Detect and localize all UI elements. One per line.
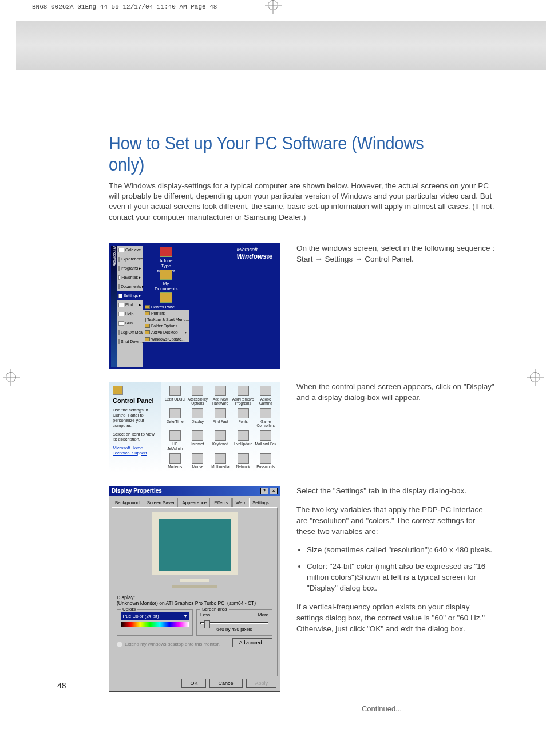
apply-button: Apply [246, 679, 276, 688]
submenu-item: Folder Options... [143, 323, 189, 329]
start-menu-item: Run... [117, 319, 143, 328]
crop-mark-icon [268, 0, 278, 10]
start-menu-item: Log Off Mcad.. [117, 328, 143, 337]
submenu-item: Active Desktop▸ [143, 329, 189, 336]
start-menu-item: Shut Down... [117, 337, 143, 346]
tab-settings: Settings [249, 498, 272, 507]
start-menu-item: Explorer.exe [117, 255, 143, 264]
link-tech-support: Technical Support [113, 450, 157, 456]
submenu-item: Control Panel [143, 304, 189, 310]
colors-dropdown: True Color (24 bit)▼ [121, 612, 189, 620]
tab-screen-saver: Screen Saver [144, 498, 178, 507]
control-panel-item: Accessibility Options [187, 386, 209, 406]
monitor-preview-icon [152, 512, 238, 575]
control-panel-item: Date/Time [164, 408, 186, 428]
header-band [16, 21, 546, 70]
control-panel-item: Adobe Gamma [255, 386, 276, 406]
start-menu-item: Programs▸ [117, 264, 143, 273]
dialog-title: Display Properties [112, 488, 162, 494]
control-panel-item: Game Controllers [255, 408, 276, 428]
control-panel-item: Mail and Fax [255, 430, 276, 450]
control-panel-item: Find Fast [209, 408, 231, 428]
page-title: How to Set up Your PC Software (Windows … [109, 133, 456, 175]
display-value: (Unknown Monitor) on ATI Graphics Pro Tu… [117, 600, 272, 606]
step2-text: When the control panel screen appears, c… [296, 382, 494, 403]
start-menu-item: Calc.exe [117, 246, 143, 255]
control-panel-item: Keyboard [209, 430, 231, 450]
control-panel-item: Modems [164, 453, 186, 469]
control-panel-item: Display [187, 408, 209, 428]
bullet-color: Color: "24-bit" color (might also be exp… [307, 561, 494, 594]
extend-checkbox: Extend my Windows desktop onto this moni… [117, 642, 220, 647]
tab-effects: Effects [211, 498, 231, 507]
desktop-icon-mydocs: My Documents [155, 270, 177, 291]
start-menu-item: Settings▸ [117, 291, 143, 300]
control-panel-item: Mouse [187, 453, 209, 469]
submenu-item: Printers [143, 310, 189, 316]
step3-text3: If a vertical-frequency option exists on… [296, 602, 494, 635]
link-ms-home: Microsoft Home [113, 445, 157, 450]
start-menu: Windows98 Calc.exeExplorer.exePrograms▸F… [111, 246, 143, 367]
control-panel-screenshot: Control Panel Use the settings in Contro… [109, 382, 280, 473]
close-icon: × [270, 488, 278, 494]
pdf-header: BN68-00262A-01Eng_44-59 12/17/04 11:40 A… [32, 3, 217, 10]
folder-icon [113, 386, 123, 395]
tab-appearance: Appearance [179, 498, 210, 507]
page-number: 48 [57, 681, 66, 690]
tab-web: Web [232, 498, 248, 507]
control-panel-item: Add/Remove Programs [232, 386, 254, 406]
step3-text2: The two key variables that apply the PDP… [296, 505, 494, 537]
tab-background: Background [112, 498, 143, 507]
control-panel-item: Network [232, 453, 254, 469]
control-panel-item: HP JetAdmin [164, 430, 186, 450]
display-properties-screenshot: Display Properties ? × BackgroundScreen … [109, 486, 280, 692]
cancel-button: Cancel [209, 679, 243, 688]
intro-paragraph: The Windows display-settings for a typic… [109, 181, 494, 223]
resolution-value: 640 by 480 pixels [200, 627, 268, 632]
win98-desktop-screenshot: Microsoft Windows98 Adobe Type Manager M… [109, 243, 280, 369]
settings-submenu: Control PanelPrintersTaskbar & Start Men… [143, 304, 189, 342]
ok-button: OK [181, 679, 206, 688]
submenu-item: Taskbar & Start Menu... [143, 316, 189, 323]
control-panel-item: LiveUpdate [232, 430, 254, 450]
crop-mark-icon [530, 372, 540, 382]
control-panel-title: Control Panel [113, 397, 157, 404]
display-label: Display: [117, 595, 272, 600]
crop-mark-icon [6, 372, 16, 382]
start-menu-item: Favorites▸ [117, 273, 143, 282]
step1-text: On the windows screen, select in the fol… [296, 243, 494, 265]
continued-label: Continued... [269, 704, 494, 713]
start-menu-item: Help [117, 310, 143, 319]
start-menu-item: Find▸ [117, 300, 143, 310]
bullet-size: Size (sometimes called "resolution"): 64… [307, 545, 494, 556]
step3-text1: Select the "Settings" tab in the display… [296, 486, 494, 497]
start-menu-item: Documents▸ [117, 282, 143, 291]
control-panel-item: Multimedia [209, 453, 231, 469]
color-spectrum-icon [121, 622, 189, 627]
advanced-button: Advanced... [232, 638, 272, 647]
submenu-item: Windows Update... [143, 336, 189, 342]
control-panel-item: 32bit ODBC [164, 386, 186, 406]
control-panel-item: Fonts [232, 408, 254, 428]
control-panel-item: Add New Hardware [209, 386, 231, 406]
resolution-slider [200, 622, 268, 624]
help-icon: ? [260, 488, 268, 494]
control-panel-item: Passwords [255, 453, 276, 469]
windows-logo: Microsoft Windows98 [236, 247, 272, 260]
control-panel-item: Internet [187, 430, 209, 450]
